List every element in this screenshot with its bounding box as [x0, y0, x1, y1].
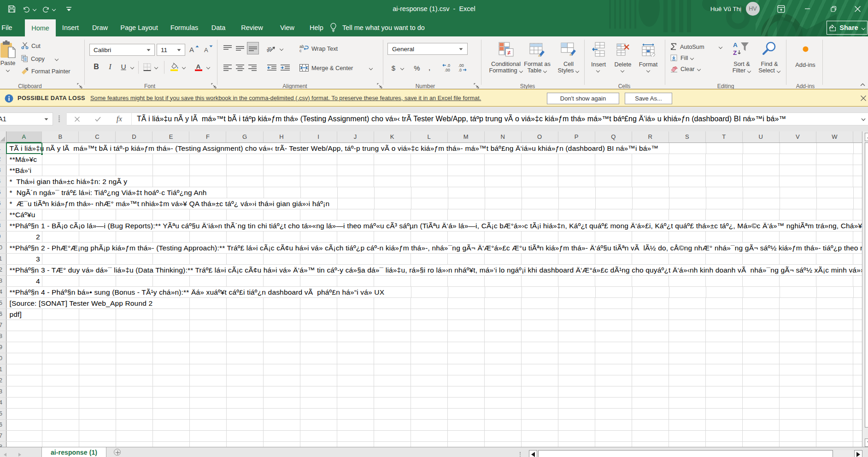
grid-row-3[interactable]: **Bá»‘i3: [0, 165, 862, 176]
column-header-T[interactable]: T: [706, 131, 743, 142]
grid-row-9[interactable]: 29: [0, 231, 862, 243]
grid-row-1[interactable]: TÃ i liá»‡u nÃ y lÃ má»™t bÃ i táº-p kiá…: [0, 143, 862, 154]
comma-style-button[interactable]: ,: [426, 62, 433, 73]
column-header-B[interactable]: B: [42, 131, 79, 142]
find-select-label[interactable]: Find & Select: [756, 61, 783, 73]
column-header-L[interactable]: L: [411, 131, 448, 142]
grid-row-20[interactable]: 20: [0, 353, 862, 364]
hscroll-left-button[interactable]: [529, 450, 537, 457]
column-header-Q[interactable]: Q: [595, 131, 632, 142]
row-header-16[interactable]: 16: [0, 309, 6, 320]
cell-A5[interactable]: * NgÃ´n ngá»¯ tráº£ lá»i: Tiáº¿ng Viá»‡t…: [10, 187, 207, 198]
row-header-21[interactable]: 21: [0, 364, 6, 375]
decrease-font-button[interactable]: A: [201, 43, 214, 56]
underline-chevron[interactable]: [131, 65, 134, 69]
accounting-format-button[interactable]: $: [389, 62, 398, 73]
addins-button[interactable]: [793, 43, 817, 54]
grid-row-5[interactable]: * NgÃ´n ngá»¯ tráº£ lá»i: Tiáº¿ng Viá»‡t…: [0, 187, 862, 198]
cell-A3[interactable]: **Bá»‘i: [10, 165, 32, 176]
autosum-chevron[interactable]: [719, 45, 722, 48]
share-button[interactable]: Share: [827, 21, 868, 35]
ribbon-tab-help[interactable]: Help: [307, 18, 326, 36]
column-header-E[interactable]: E: [152, 131, 189, 142]
redo-dropdown-chevron[interactable]: [53, 7, 56, 11]
format-chevron[interactable]: [647, 69, 650, 72]
enter-button[interactable]: [91, 113, 105, 125]
restore-button[interactable]: [821, 0, 847, 18]
align-right-button[interactable]: [247, 62, 258, 73]
insert-function-button[interactable]: fx: [111, 113, 127, 125]
column-header-J[interactable]: J: [337, 131, 374, 142]
italic-button[interactable]: I: [105, 61, 115, 72]
cell-A8[interactable]: **Pháº§n 1 - BÃ¡o cÃ¡o lá»—i (Bug Report…: [10, 220, 863, 231]
format-as-table-label[interactable]: Format as Table: [522, 61, 552, 73]
column-header-A[interactable]: A: [6, 131, 42, 142]
ribbon-tab-page-layout[interactable]: Page Layout: [116, 18, 163, 36]
font-dialog-launcher[interactable]: [211, 83, 217, 89]
format-as-table-button[interactable]: [522, 42, 552, 57]
row-header-27[interactable]: 27: [0, 431, 6, 441]
ribbon-tab-data[interactable]: Data: [207, 18, 230, 36]
hscroll-right-button[interactable]: [854, 450, 862, 457]
row-header-26[interactable]: 26: [0, 420, 6, 430]
merge-center-chevron[interactable]: [369, 66, 373, 70]
grid-row-23[interactable]: 23: [0, 386, 862, 398]
grid-row-8[interactable]: **Pháº§n 1 - BÃ¡o cÃ¡o lá»—i (Bug Report…: [0, 220, 862, 231]
align-left-button[interactable]: [222, 62, 233, 73]
grid-row-17[interactable]: 17: [0, 320, 862, 331]
delete-cells-label[interactable]: Delete: [612, 61, 633, 67]
scroll-down-button[interactable]: [865, 439, 868, 447]
font-size-combo[interactable]: 11: [157, 44, 185, 56]
warning-close-icon[interactable]: [861, 95, 866, 101]
new-sheet-button[interactable]: [114, 449, 121, 456]
avatar[interactable]: HV: [746, 2, 760, 16]
collapse-ribbon-button[interactable]: [859, 81, 866, 88]
grid-row-4[interactable]: * Thá»i gian thá»±c hiá»‡n: 2 ngÃ y4: [0, 176, 862, 187]
grid-row-12[interactable]: **Pháº§n 3 - TÆ° duy vá» dá»¯ liá»‡u (Da…: [0, 265, 862, 276]
column-header-U[interactable]: U: [743, 131, 780, 142]
cancel-button[interactable]: [70, 113, 84, 125]
grid-row-11[interactable]: 311: [0, 254, 862, 265]
warning-message-link[interactable]: Some features might be lost if you save …: [90, 95, 481, 101]
sort-filter-button[interactable]: A Z: [732, 41, 752, 57]
undo-dropdown-chevron[interactable]: [33, 7, 36, 11]
sheet-tab-active[interactable]: ai-response (1): [41, 447, 106, 457]
format-painter-button[interactable]: Format Painter: [21, 66, 81, 76]
increase-indent-button[interactable]: [279, 62, 291, 73]
cell-A13[interactable]: 4: [36, 276, 40, 286]
fill-color-button[interactable]: [169, 61, 180, 72]
scroll-up-button[interactable]: [865, 133, 868, 141]
find-select-button[interactable]: [759, 41, 780, 57]
insert-cells-label[interactable]: Insert: [588, 61, 609, 67]
fill-color-chevron[interactable]: [182, 65, 186, 69]
cut-button[interactable]: Cut: [21, 41, 47, 51]
grid-row-24[interactable]: 24: [0, 398, 862, 409]
formula-bar-splitter[interactable]: [59, 115, 60, 122]
column-header-K[interactable]: K: [374, 131, 411, 142]
vertical-scroll-thumb[interactable]: [865, 142, 868, 427]
column-header-W[interactable]: W: [816, 131, 853, 142]
column-header-V[interactable]: V: [780, 131, 816, 142]
column-header-X[interactable]: X: [853, 131, 862, 142]
grid-row-16[interactable]: pdf]16: [0, 309, 862, 320]
cell-A2[interactable]: **Má»¥c: [10, 154, 37, 165]
row-header-8[interactable]: 8: [0, 220, 6, 231]
row-header-18[interactable]: 18: [0, 331, 6, 342]
dont-show-again-button[interactable]: Don't show again: [547, 93, 619, 104]
column-header-I[interactable]: I: [300, 131, 337, 142]
copy-chevron[interactable]: [55, 57, 59, 60]
number-format-combo[interactable]: General: [387, 43, 468, 55]
column-header-O[interactable]: O: [522, 131, 558, 142]
grid-row-6[interactable]: * Æ¯u tiÃªn kiá»ƒm thá»- nhÆ° má»™t nhiá…: [0, 198, 862, 209]
column-header-G[interactable]: G: [227, 131, 264, 142]
row-header-17[interactable]: 17: [0, 320, 6, 331]
alignment-dialog-launcher[interactable]: [377, 83, 382, 89]
font-name-combo[interactable]: Calibri: [89, 44, 155, 56]
cell-A1[interactable]: TÃ i liá»‡u nÃ y lÃ má»™t bÃ i táº-p kiá…: [10, 143, 659, 154]
ribbon-tab-home[interactable]: Home: [25, 19, 55, 36]
row-header-3[interactable]: 3: [0, 165, 6, 176]
select-all-corner[interactable]: [0, 131, 6, 142]
row-header-10[interactable]: 10: [0, 243, 6, 253]
row-header-2[interactable]: 2: [0, 154, 6, 165]
grid-row-25[interactable]: 25: [0, 409, 862, 420]
